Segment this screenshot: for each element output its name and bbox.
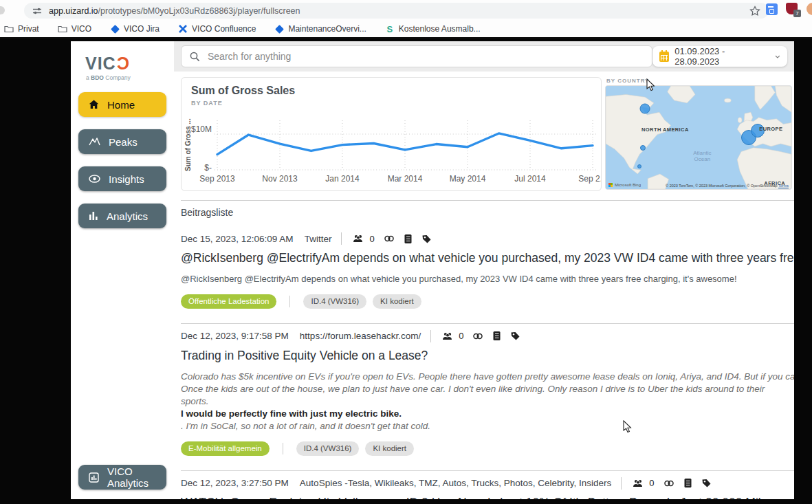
- map-attribution: © 2023 TomTom, © 2023 Microsoft Corporat…: [666, 184, 789, 188]
- tag-icon[interactable]: [701, 478, 712, 488]
- post-meta-row: Dec 15, 2023, 12:06:09 AM Twitter 0: [181, 232, 794, 245]
- url-text[interactable]: app.uizard.io/prototypes/bM0yoLjx03uRdz6…: [49, 6, 749, 16]
- notebook-icon[interactable]: [404, 234, 413, 244]
- link-icon[interactable]: [472, 331, 483, 341]
- address-bar[interactable]: app.uizard.io/prototypes/bM0yoLjx03uRdz6…: [24, 3, 769, 19]
- bookmark-star-icon[interactable]: [749, 6, 760, 17]
- tag-pill[interactable]: KI kodiert: [373, 294, 421, 309]
- folder-icon: [4, 24, 14, 34]
- tag-pill[interactable]: E-Mobilität allgemein: [181, 441, 270, 456]
- post-body-line: . I'm in SoCal, so not a lot of rain, an…: [181, 420, 794, 432]
- sidebar-nav: Home Peaks Insights Analytics: [71, 92, 174, 228]
- profile-avatar[interactable]: [806, 3, 812, 15]
- jira-icon: [274, 24, 284, 34]
- map-terms-link[interactable]: Terms: [778, 184, 789, 188]
- reload-button[interactable]: [0, 6, 5, 14]
- link-icon[interactable]: [663, 479, 674, 488]
- post-feed: Beitragsliste Dec 15, 2023, 12:06:09 AM …: [181, 200, 794, 499]
- date-range-picker[interactable]: 01.09.2023 - 28.09.2023: [652, 46, 787, 67]
- map-bubble-marker[interactable]: [637, 164, 641, 168]
- sidebar-item-label: Home: [107, 99, 135, 111]
- tag-icon[interactable]: [421, 234, 432, 244]
- search-input[interactable]: [208, 51, 644, 62]
- x-tick-label: Mar 2014: [388, 174, 423, 184]
- gross-sales-chart-card: Sum of Gross Sales BY DATE Sum of Gross …: [181, 77, 602, 191]
- sidebar-item-insights[interactable]: Insights: [78, 166, 166, 191]
- tag-pill[interactable]: ID.4 (VW316): [303, 294, 366, 309]
- post-source[interactable]: Twitter: [305, 234, 332, 244]
- sidebar: VICC a BDO Company Home Peaks Insights: [71, 41, 174, 499]
- bookmark-maintenance-overview[interactable]: MaintenanceOvervi...: [274, 24, 366, 34]
- post-date: Dec 12, 2023, 9:17:58 PM: [181, 331, 289, 341]
- feed-post: Dec 12, 2023, 3:27:50 PM AutoSpies -Tesl…: [181, 470, 794, 499]
- folder-icon: [58, 24, 67, 34]
- sidebar-item-label: Peaks: [109, 136, 138, 148]
- sidebar-item-label: Analytics: [107, 210, 148, 222]
- bookmark-privat[interactable]: Privat: [4, 24, 39, 34]
- tag-pill[interactable]: ID.4 (VW316): [296, 441, 360, 456]
- bookmark-label: VICO Confluence: [192, 24, 256, 34]
- post-title[interactable]: Trading in Positive Equity Vehicle on a …: [181, 349, 794, 364]
- notebook-icon[interactable]: [683, 478, 692, 488]
- bookmark-label: VICO Jira: [124, 24, 160, 34]
- tag-pill[interactable]: KI kodiert: [365, 441, 414, 456]
- link-icon[interactable]: [384, 234, 395, 243]
- bookmark-label: Kostenlose Ausmalb...: [399, 24, 481, 34]
- x-tick-label: Sep 2...: [578, 174, 602, 184]
- extension-badge: 7: [793, 10, 801, 17]
- audience-icon[interactable]: [633, 479, 646, 488]
- sidebar-item-home[interactable]: Home: [78, 92, 166, 117]
- bookmark-vico-confluence[interactable]: VICO Confluence: [178, 24, 256, 34]
- bookmark-vico[interactable]: VICO: [58, 24, 91, 34]
- map-bubble-marker[interactable]: [640, 145, 646, 151]
- url-domain: app.uizard.io: [49, 6, 98, 16]
- vico-logo: VICC a BDO Company: [85, 55, 174, 81]
- date-range-value: 01.09.2023 - 28.09.2023: [674, 46, 769, 67]
- audience-icon[interactable]: [442, 331, 455, 341]
- bookmark-kostenlose-ausmalbilder[interactable]: S Kostenlose Ausmalb...: [385, 24, 481, 34]
- post-body-line: Once the kids are out of the house, we p…: [181, 383, 794, 408]
- world-map[interactable]: NORTH AMERICA EUROPE AFRICA Atlantic Oce…: [605, 85, 792, 190]
- tag-pill[interactable]: Öffentliche Ladestation: [181, 294, 276, 309]
- site-settings-icon[interactable]: [32, 6, 42, 16]
- map-label-north-america: NORTH AMERICA: [641, 127, 689, 133]
- microsoft-icon: [608, 183, 613, 187]
- jira-icon: [110, 24, 120, 34]
- post-meta-row: Dec 12, 2023, 3:27:50 PM AutoSpies -Tesl…: [181, 477, 794, 490]
- map-bubble-marker[interactable]: [639, 104, 650, 114]
- translate-extension-icon[interactable]: [766, 3, 778, 15]
- vico-analytics-button[interactable]: VICO Analytics: [78, 465, 166, 490]
- peaks-icon: [89, 137, 100, 146]
- meta-divider: [341, 232, 342, 245]
- post-source[interactable]: AutoSpies -Tesla, Wikileaks, TMZ, Autos,…: [300, 478, 611, 488]
- search-icon: [190, 52, 200, 62]
- fullscreen-stage: VICC a BDO Company Home Peaks Insights: [0, 39, 812, 504]
- bookmark-label: VICO: [72, 24, 91, 34]
- footer-button-label: VICO Analytics: [107, 465, 166, 489]
- x-tick-label: Jul 2014: [514, 174, 545, 184]
- search-bar[interactable]: [181, 45, 652, 67]
- topbar: 01.09.2023 - 28.09.2023: [174, 41, 794, 72]
- post-body: Colorado has $5k incentive on EVs if you…: [181, 371, 794, 432]
- audience-icon[interactable]: [353, 234, 366, 243]
- post-title[interactable]: WATCH: Owner Explains His Volkswagen ID.…: [181, 496, 794, 499]
- tag-icon[interactable]: [510, 331, 520, 341]
- x-tick-label: Nov 2013: [262, 174, 297, 184]
- x-tick-label: May 2014: [450, 174, 486, 184]
- meta-divider: [621, 477, 622, 490]
- map-label-atlantic-ocean: Atlantic Ocean: [687, 150, 717, 162]
- notebook-icon[interactable]: [492, 331, 501, 341]
- post-source[interactable]: https://forum.leasehackr.com/: [300, 331, 421, 341]
- post-body-line: Colorado has $5k incentive on EVs if you…: [181, 371, 794, 383]
- post-title[interactable]: @RickIsenberg @ElectrifyAm depends on wh…: [181, 251, 794, 266]
- map-landmass: [606, 86, 791, 189]
- home-icon: [89, 100, 99, 109]
- bookmark-vico-jira[interactable]: VICO Jira: [110, 24, 160, 34]
- sidebar-item-peaks[interactable]: Peaks: [78, 129, 166, 154]
- feed-post: Dec 15, 2023, 12:06:09 AM Twitter 0 @Ric…: [181, 226, 794, 323]
- s-site-icon: S: [385, 24, 395, 34]
- tag-divider: [283, 443, 283, 454]
- chevron-down-icon: [775, 55, 780, 58]
- sidebar-item-analytics[interactable]: Analytics: [78, 204, 166, 228]
- adblock-extension-icon[interactable]: 7: [786, 3, 798, 15]
